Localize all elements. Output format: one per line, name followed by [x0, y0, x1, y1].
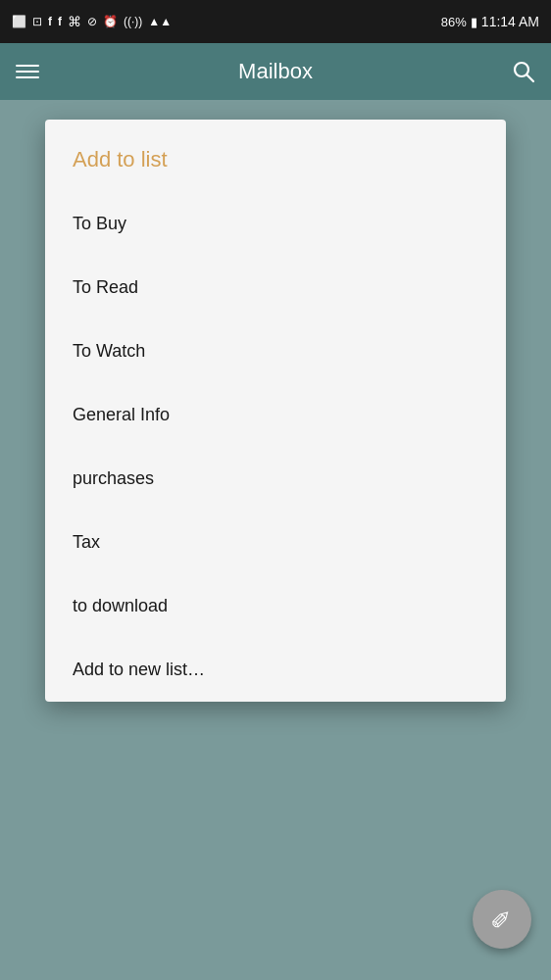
dialog-title: Add to list — [45, 120, 506, 192]
notification-icon: ⬜ — [12, 15, 26, 28]
signal-icon: ⊡ — [32, 15, 42, 28]
app-title: Mailbox — [238, 59, 313, 84]
status-time: 11:14 AM — [481, 14, 539, 29]
bluetooth-icon: ⌘ — [68, 14, 81, 29]
fb-icon-2: f — [58, 15, 62, 28]
list-item-to-read[interactable]: To Read — [45, 256, 506, 319]
app-bar: Mailbox — [0, 43, 551, 100]
list-item-purchases[interactable]: purchases — [45, 447, 506, 511]
fb-icon-1: f — [48, 15, 52, 28]
add-to-list-dialog: Add to list To Buy To Read To Watch Gene… — [45, 120, 506, 702]
list-item-general-info[interactable]: General Info — [45, 383, 506, 447]
status-bar: ⬜ ⊡ f f ⌘ ⊘ ⏰ ((·)) ▲▲ 86% ▮ 11:14 AM — [0, 0, 551, 43]
status-right-icons: 86% ▮ 11:14 AM — [441, 14, 539, 29]
list-item-add-new[interactable]: Add to new list… — [45, 638, 506, 702]
alarm-icon: ⏰ — [103, 15, 118, 28]
battery-percent: 86% — [441, 15, 467, 29]
list-item-tax[interactable]: Tax — [45, 511, 506, 574]
svg-line-4 — [527, 75, 534, 82]
wifi-icon: ((·)) — [124, 15, 142, 28]
svg-rect-2 — [16, 76, 39, 78]
signal-bars-icon: ▲▲ — [148, 15, 172, 28]
list-item-to-watch[interactable]: To Watch — [45, 319, 506, 383]
menu-icon — [16, 60, 39, 83]
svg-rect-0 — [16, 65, 39, 67]
list-item-to-buy[interactable]: To Buy — [45, 192, 506, 256]
battery-icon: ▮ — [471, 15, 477, 29]
svg-rect-1 — [16, 71, 39, 73]
list-item-to-download[interactable]: to download — [45, 574, 506, 638]
mute-icon: ⊘ — [87, 15, 97, 28]
search-icon — [512, 60, 535, 83]
fab-button[interactable]: ✏ — [473, 890, 531, 949]
background-content: Add to list To Buy To Read To Watch Gene… — [0, 100, 551, 980]
status-left-icons: ⬜ ⊡ f f ⌘ ⊘ ⏰ ((·)) ▲▲ — [12, 14, 172, 29]
menu-button[interactable] — [16, 60, 39, 83]
edit-icon: ✏ — [483, 901, 520, 937]
search-button[interactable] — [512, 60, 535, 83]
